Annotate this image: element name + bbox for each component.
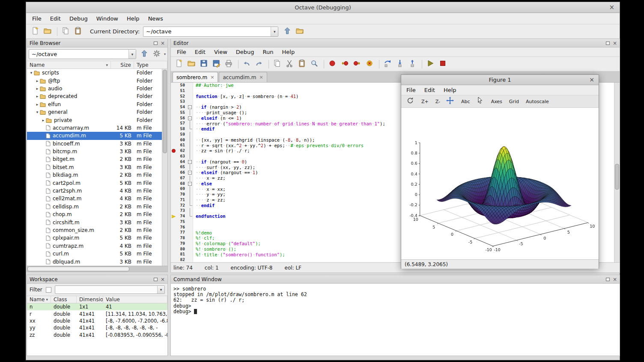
column-header-type[interactable]: Type bbox=[134, 61, 167, 68]
figure-menu-edit[interactable]: Edit bbox=[420, 85, 439, 95]
editor-menu-view[interactable]: View bbox=[210, 47, 232, 57]
editor-vertical-scrollbar[interactable] bbox=[614, 83, 620, 263]
fold-margin[interactable]: - bbox=[187, 170, 193, 175]
file-row-bitcmp.m[interactable]: bitcmp.m3 KBm File bbox=[27, 148, 167, 155]
breakpoint-icon[interactable] bbox=[172, 149, 176, 153]
scrollbar-thumb[interactable] bbox=[27, 267, 129, 271]
column-header-name[interactable]: Name▾ bbox=[27, 61, 111, 68]
menu-file[interactable]: File bbox=[28, 14, 46, 24]
sombrero-surface-plot[interactable] bbox=[401, 108, 599, 259]
variable-row-xx[interactable]: xxdouble41x41[-8, -7.6000, -7.2000, -6.8 bbox=[27, 317, 167, 324]
copy-button[interactable] bbox=[271, 59, 283, 70]
file-row-elfun[interactable]: ▸elfunFolder bbox=[27, 101, 167, 108]
menu-help[interactable]: Help bbox=[122, 14, 144, 24]
fold-margin[interactable]: - bbox=[187, 181, 193, 187]
current-directory-combobox[interactable]: ~/octave ▾ bbox=[143, 27, 278, 37]
workspace-column-dimension[interactable]: Dimension bbox=[77, 296, 103, 303]
step-in-button[interactable] bbox=[394, 59, 405, 70]
print-button[interactable] bbox=[223, 59, 234, 70]
tab-close-icon[interactable]: × bbox=[259, 74, 263, 80]
new-script-button[interactable] bbox=[173, 59, 185, 70]
gear-button[interactable] bbox=[151, 49, 162, 60]
breakpoint-marker[interactable] bbox=[171, 148, 177, 154]
variable-row-yy[interactable]: yydouble41x41[-8, -8, -8, -8, -8, -8, - bbox=[27, 324, 167, 331]
file-browser-horizontal-scrollbar[interactable] bbox=[27, 266, 167, 272]
workspace-column-name[interactable]: Name▾ bbox=[27, 296, 51, 303]
undo-button[interactable] bbox=[241, 59, 252, 70]
editor-menu-run[interactable]: Run bbox=[259, 47, 278, 57]
editor-menu-debug[interactable]: Debug bbox=[232, 47, 259, 57]
figure-close-icon[interactable]: × bbox=[589, 76, 594, 83]
workspace-undock-icon[interactable] bbox=[154, 278, 158, 281]
copy-button[interactable] bbox=[60, 26, 71, 37]
file-row-accumarray.m[interactable]: accumarray.m14 KBm File bbox=[27, 124, 167, 132]
chevron-down-icon[interactable]: ▾ bbox=[164, 52, 166, 56]
fold-margin[interactable]: - bbox=[187, 104, 193, 110]
open-folder-button[interactable] bbox=[42, 26, 53, 37]
fold-margin[interactable]: - bbox=[187, 116, 193, 121]
menu-edit[interactable]: Edit bbox=[46, 14, 65, 24]
file-row-audio[interactable]: ▸audioFolder bbox=[27, 85, 167, 92]
file-row-scripts[interactable]: ▾scriptsFolder bbox=[27, 69, 167, 77]
cut-button[interactable] bbox=[284, 59, 295, 70]
bp-prev-button[interactable] bbox=[339, 59, 350, 70]
find-button[interactable] bbox=[309, 59, 320, 70]
fold-collapse-icon[interactable]: - bbox=[188, 116, 192, 120]
variable-row-zz[interactable]: zzdouble41x41[-0.083953, -0.090556, -0 bbox=[27, 332, 167, 338]
step-out-button[interactable] bbox=[407, 59, 418, 70]
window-titlebar[interactable]: Octave (Debugging) × bbox=[26, 2, 620, 13]
file-row-blkdiag.m[interactable]: blkdiag.m2 KBm File bbox=[27, 171, 167, 179]
editor-undock-icon[interactable] bbox=[606, 42, 610, 45]
bp-next-button[interactable] bbox=[352, 59, 363, 70]
file-row-accumdim.m[interactable]: accumdim.m5 KBm File bbox=[27, 132, 167, 139]
autoscale-button[interactable]: Autoscale bbox=[523, 98, 552, 106]
file-row-cart2pol.m[interactable]: cart2pol.m5 KBm File bbox=[27, 179, 167, 187]
expander-icon[interactable]: ▸ bbox=[35, 86, 40, 91]
file-row-cell2mat.m[interactable]: cell2mat.m4 KBm File bbox=[27, 195, 167, 202]
file-browser-path-combobox[interactable]: ~/octave ▾ bbox=[29, 49, 136, 59]
workspace-column-value[interactable]: Value bbox=[103, 296, 167, 303]
editor-menu-edit[interactable]: Edit bbox=[191, 47, 210, 57]
file-row-dblquad.m[interactable]: dblquad.m3 KBm File bbox=[27, 258, 167, 265]
expander-icon[interactable]: ▸ bbox=[35, 102, 40, 107]
scrollbar-thumb[interactable] bbox=[163, 70, 167, 153]
file-row-bitset.m[interactable]: bitset.m3 KBm File bbox=[27, 163, 167, 171]
file-row-private[interactable]: ▸privateFolder bbox=[27, 116, 167, 124]
expander-icon[interactable]: ▸ bbox=[35, 94, 40, 98]
file-row-bitget.m[interactable]: bitget.m2 KBm File bbox=[27, 155, 167, 163]
editor-close-icon[interactable]: × bbox=[613, 41, 617, 45]
grid-button[interactable]: Grid bbox=[507, 98, 522, 106]
file-browser-undock-icon[interactable] bbox=[154, 42, 158, 45]
bp-clear-button[interactable] bbox=[364, 59, 375, 70]
file-row-common_size.m[interactable]: common_size.m2 KBm File bbox=[27, 226, 167, 234]
chevron-down-icon[interactable]: ▾ bbox=[128, 50, 136, 59]
zoom-in-button[interactable]: Z+ bbox=[419, 98, 431, 106]
menu-window[interactable]: Window bbox=[92, 14, 122, 24]
file-browser-vertical-scrollbar[interactable] bbox=[162, 69, 167, 266]
filter-checkbox[interactable] bbox=[46, 287, 51, 293]
debug-position-marker[interactable] bbox=[171, 214, 177, 219]
save-as-button[interactable] bbox=[211, 59, 222, 70]
pointer-button[interactable] bbox=[474, 96, 486, 107]
chevron-down-icon[interactable]: ▾ bbox=[157, 286, 164, 294]
figure-menu-file[interactable]: File bbox=[402, 85, 420, 95]
editor-menu-file[interactable]: File bbox=[173, 47, 191, 57]
window-close-icon[interactable]: × bbox=[609, 3, 614, 11]
file-row-chop.m[interactable]: chop.m2 KBm File bbox=[27, 211, 167, 218]
rotate-button[interactable] bbox=[405, 96, 416, 107]
workspace-close-icon[interactable]: × bbox=[161, 277, 165, 282]
fold-collapse-icon[interactable]: - bbox=[188, 182, 192, 186]
menu-debug[interactable]: Debug bbox=[65, 14, 92, 24]
command-window-output[interactable]: >> sombrerostopped in /m/plot/draw/sombr… bbox=[171, 284, 620, 356]
file-row-curl.m[interactable]: curl.m5 KBm File bbox=[27, 250, 167, 258]
tab-sombrero.m[interactable]: sombrero.m× bbox=[173, 72, 218, 82]
editor-menu-help[interactable]: Help bbox=[278, 47, 299, 57]
expander-icon[interactable]: ▾ bbox=[35, 110, 40, 114]
figure-titlebar[interactable]: Figure 1 × bbox=[401, 75, 599, 85]
browse-directory-button[interactable] bbox=[294, 26, 305, 37]
file-row-cumtrapz.m[interactable]: cumtrapz.m4 KBm File bbox=[27, 242, 167, 250]
pan-button[interactable] bbox=[444, 96, 456, 107]
scrollbar-thumb[interactable] bbox=[615, 164, 619, 190]
tab-close-icon[interactable]: × bbox=[210, 74, 214, 80]
fold-collapse-icon[interactable]: - bbox=[188, 171, 192, 175]
